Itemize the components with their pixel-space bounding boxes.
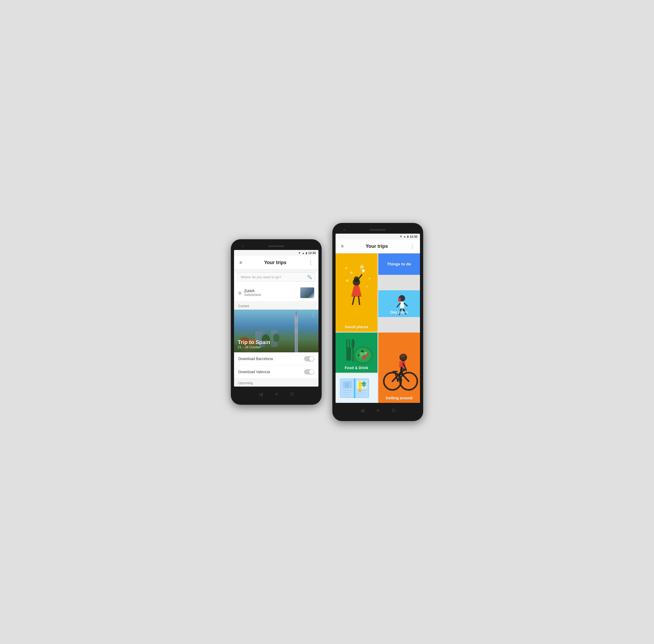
svg-point-48 — [360, 352, 364, 356]
svg-point-54 — [358, 354, 359, 356]
svg-rect-83 — [359, 382, 361, 391]
home-btn-left[interactable]: ○ — [275, 392, 278, 396]
nav-bar-right: ◁ ○ □ — [336, 403, 420, 418]
toggle-knob-valencia — [309, 369, 314, 374]
svg-text:★: ★ — [368, 276, 371, 280]
tile-things-label: Things to do — [387, 262, 411, 266]
svg-text:🛒: 🛒 — [344, 382, 350, 388]
more-icon-right[interactable]: ⋮ — [409, 242, 416, 250]
search-bar[interactable]: Where do you want to go? 🔍 — [237, 272, 315, 281]
app-bar-left: ≡ Your trips ⋮ — [234, 256, 318, 270]
left-screen: ▼ ▲ ▮ 12:30 ≡ Your trips ⋮ Where do you … — [234, 250, 318, 387]
svg-rect-42 — [349, 339, 350, 347]
left-main-content: Where do you want to go? 🔍 ◎ Zurich Swit… — [234, 272, 318, 387]
right-screen: ▼ ▲ ▮ 12:30 ≡ Your trips ⋮ ★ ★ ★ — [336, 234, 420, 403]
svg-rect-89 — [357, 392, 364, 393]
menu-icon-left[interactable]: ≡ — [238, 259, 243, 267]
status-time-left: 12:30 — [308, 251, 316, 254]
tile-things-to-do[interactable]: Things to do — [378, 253, 420, 275]
tile-guide[interactable]: 🛒 — [336, 373, 378, 403]
trip-card[interactable]: Trip to Spain 21 – 28 October ⋮ — [234, 309, 318, 352]
location-name: Zurich — [244, 289, 300, 293]
svg-text:★: ★ — [361, 268, 366, 274]
svg-rect-88 — [357, 390, 366, 391]
location-row[interactable]: ◎ Zurich Switzerland — [234, 284, 318, 302]
status-bar-left: ▼ ▲ ▮ 12:30 — [234, 250, 318, 256]
svg-point-68 — [399, 354, 405, 358]
svg-point-53 — [361, 350, 363, 352]
status-bar-right: ▼ ▲ ▮ 12:30 — [336, 234, 420, 239]
trip-info: Trip to Spain 21 – 28 October — [238, 339, 270, 349]
tile-getting-around[interactable]: Getting around — [378, 332, 420, 403]
recents-btn-left[interactable]: □ — [291, 392, 293, 396]
menu-icon-right[interactable]: ≡ — [340, 243, 345, 250]
svg-rect-80 — [342, 392, 350, 393]
svg-rect-41 — [346, 339, 347, 361]
download-row-barcelona: Download Barcelona — [234, 352, 318, 365]
svg-rect-79 — [342, 390, 352, 391]
city-thumb-image — [300, 288, 314, 298]
tile-food-drink[interactable]: Food & Drink — [336, 332, 378, 373]
more-icon-left[interactable]: ⋮ — [307, 259, 314, 267]
svg-rect-32 — [398, 298, 401, 302]
svg-point-65 — [399, 378, 402, 382]
status-time-right: 12:30 — [410, 235, 417, 238]
back-btn-left[interactable]: ◁ — [259, 392, 262, 397]
wifi-icon: ▼ — [298, 252, 301, 254]
download-barcelona-toggle[interactable] — [304, 356, 314, 362]
svg-point-45 — [351, 339, 355, 349]
status-icons-left: ▼ ▲ ▮ 12:30 — [298, 251, 316, 254]
tile-dayplans-label: Day plans — [378, 310, 420, 314]
svg-text:★: ★ — [366, 285, 368, 288]
tile-saved-places[interactable]: ★ ★ ★ ★ ★ — [336, 253, 378, 332]
trip-more-icon[interactable]: ⋮ — [311, 312, 316, 318]
tile-day-plans[interactable]: Day plans — [378, 290, 420, 317]
phone-top-bar-left — [234, 243, 318, 250]
tile-getting-label: Getting around — [378, 396, 420, 400]
svg-rect-86 — [363, 381, 364, 387]
svg-rect-55 — [378, 332, 420, 403]
app-bar-right: ≡ Your trips ⋮ — [336, 239, 420, 253]
upcoming-section-label: Upcoming — [234, 378, 318, 387]
phone-top-bar-right — [336, 226, 420, 234]
svg-point-50 — [359, 356, 362, 359]
camera-left — [242, 245, 244, 247]
toggle-knob-barcelona — [309, 356, 314, 361]
download-valencia-toggle[interactable] — [304, 369, 314, 374]
speaker-right — [370, 229, 386, 231]
location-thumbnail — [300, 288, 314, 298]
location-country: Switzerland — [244, 293, 300, 297]
svg-point-51 — [363, 355, 366, 359]
app-title-left: Your trips — [243, 260, 307, 266]
signal-icon-right: ▲ — [404, 235, 406, 238]
svg-point-52 — [366, 353, 368, 356]
tile-saved-label: Saved places — [336, 325, 378, 329]
recents-btn-right[interactable]: □ — [392, 408, 395, 413]
trip-title: Trip to Spain — [238, 339, 270, 345]
search-icon[interactable]: 🔍 — [307, 275, 312, 279]
wifi-icon-right: ▼ — [399, 235, 402, 238]
battery-icon: ▮ — [306, 252, 307, 254]
svg-rect-90 — [357, 394, 365, 395]
speaker-left — [268, 246, 284, 247]
right-phone: ▼ ▲ ▮ 12:30 ≡ Your trips ⋮ ★ ★ ★ — [332, 223, 423, 421]
svg-line-72 — [401, 368, 402, 375]
svg-rect-76 — [354, 378, 355, 398]
current-section-label: Current — [234, 302, 318, 309]
location-info: Zurich Switzerland — [244, 289, 300, 297]
tiles-grid: ★ ★ ★ ★ ★ — [336, 253, 420, 403]
trip-dates: 21 – 28 October — [238, 345, 270, 349]
battery-icon-right: ▮ — [407, 235, 409, 238]
download-valencia-label: Download Valencia — [238, 370, 304, 374]
home-btn-right[interactable]: ○ — [377, 408, 379, 413]
search-placeholder: Where do you want to go? — [241, 275, 307, 279]
svg-text:★: ★ — [349, 270, 354, 275]
svg-text:★: ★ — [345, 266, 347, 270]
app-title-right: Your trips — [345, 244, 409, 249]
nav-bar-left: ◁ ○ □ — [234, 387, 318, 401]
camera-right — [344, 229, 346, 231]
svg-rect-81 — [342, 394, 352, 395]
back-btn-right[interactable]: ◁ — [361, 408, 364, 413]
tile-food-label: Food & Drink — [336, 366, 378, 370]
svg-rect-87 — [361, 383, 366, 384]
